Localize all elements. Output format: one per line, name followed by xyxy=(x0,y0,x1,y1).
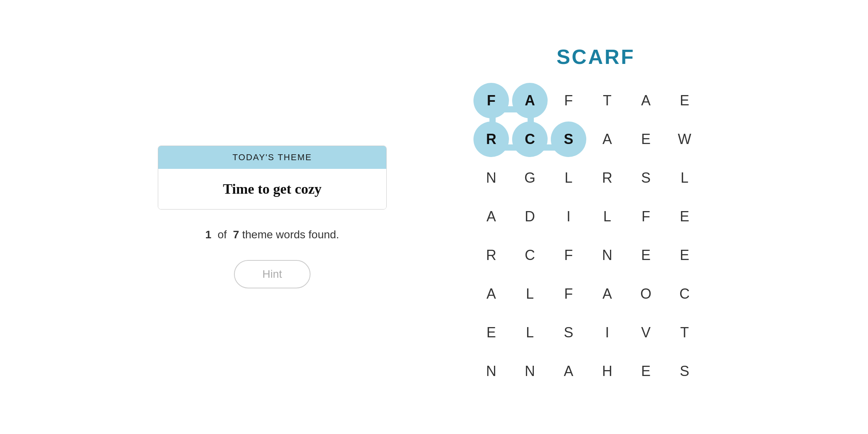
hint-button[interactable]: Hint xyxy=(234,260,311,288)
letter-grid: FAFTAERCSAEWNGLRSLADILFERCFNEEALFAOCELSI… xyxy=(473,83,718,389)
grid-cell[interactable]: E xyxy=(667,83,702,118)
words-found-text: 1 of 7 theme words found. xyxy=(205,228,339,241)
grid-cell[interactable]: E xyxy=(667,238,702,273)
grid-cell[interactable]: E xyxy=(628,122,664,157)
found-total: 7 xyxy=(233,228,239,241)
grid-cell[interactable]: O xyxy=(628,276,664,312)
grid-cell[interactable]: E xyxy=(628,354,664,389)
grid-cell[interactable]: W xyxy=(667,122,702,157)
grid-cell[interactable]: A xyxy=(589,122,625,157)
grid-cell[interactable]: V xyxy=(628,315,664,350)
theme-text: Time to get cozy xyxy=(223,181,322,197)
grid-cell[interactable]: E xyxy=(667,199,702,234)
theme-header: TODAY'S THEME xyxy=(158,146,386,169)
grid-cell[interactable]: R xyxy=(473,238,509,273)
grid-cell[interactable]: E xyxy=(628,238,664,273)
grid-cell[interactable]: T xyxy=(589,83,625,118)
grid-cell[interactable]: R xyxy=(589,160,625,196)
grid-cell[interactable]: R xyxy=(473,122,509,157)
right-panel: SCARF FAFTAERCSAEWNGLRSLADILFERCFNEEALFA… xyxy=(458,45,734,389)
grid-cell[interactable]: A xyxy=(473,276,509,312)
grid-cell[interactable]: S xyxy=(628,160,664,196)
grid-cell[interactable]: C xyxy=(512,122,548,157)
hint-label: Hint xyxy=(262,268,282,280)
grid-cell[interactable]: F xyxy=(551,238,586,273)
grid-cell[interactable]: A xyxy=(551,354,586,389)
grid-cell[interactable]: A xyxy=(628,83,664,118)
found-current: 1 xyxy=(205,228,211,241)
grid-cell[interactable]: E xyxy=(473,315,509,350)
grid-cell[interactable]: D xyxy=(512,199,548,234)
grid-cell[interactable]: A xyxy=(473,199,509,234)
grid-cell[interactable]: L xyxy=(667,160,702,196)
found-suffix: theme words found. xyxy=(242,228,339,241)
grid-cell[interactable]: I xyxy=(589,315,625,350)
grid-cell[interactable]: F xyxy=(551,276,586,312)
grid-cell[interactable]: F xyxy=(473,83,509,118)
grid-cell[interactable]: G xyxy=(512,160,548,196)
theme-label: TODAY'S THEME xyxy=(232,152,312,162)
grid-cell[interactable]: F xyxy=(551,83,586,118)
grid-cell[interactable]: N xyxy=(512,354,548,389)
grid-cell[interactable]: N xyxy=(473,354,509,389)
grid-container: FAFTAERCSAEWNGLRSLADILFERCFNEEALFAOCELSI… xyxy=(473,83,718,389)
grid-cell[interactable]: C xyxy=(667,276,702,312)
grid-cell[interactable]: S xyxy=(667,354,702,389)
left-panel: TODAY'S THEME Time to get cozy 1 of 7 th… xyxy=(134,146,410,288)
theme-body: Time to get cozy xyxy=(158,169,386,209)
grid-cell[interactable]: L xyxy=(551,160,586,196)
grid-cell[interactable]: L xyxy=(589,199,625,234)
grid-cell[interactable]: N xyxy=(589,238,625,273)
grid-cell[interactable]: T xyxy=(667,315,702,350)
grid-cell[interactable]: A xyxy=(512,83,548,118)
grid-cell[interactable]: S xyxy=(551,122,586,157)
grid-cell[interactable]: N xyxy=(473,160,509,196)
grid-cell[interactable]: C xyxy=(512,238,548,273)
grid-cell[interactable]: A xyxy=(589,276,625,312)
theme-card: TODAY'S THEME Time to get cozy xyxy=(158,146,387,210)
app-container: TODAY'S THEME Time to get cozy 1 of 7 th… xyxy=(0,0,868,434)
grid-cell[interactable]: F xyxy=(628,199,664,234)
grid-cell[interactable]: I xyxy=(551,199,586,234)
grid-cell[interactable]: L xyxy=(512,276,548,312)
found-word: SCARF xyxy=(556,45,635,69)
grid-cell[interactable]: H xyxy=(589,354,625,389)
grid-cell[interactable]: L xyxy=(512,315,548,350)
grid-cell[interactable]: S xyxy=(551,315,586,350)
